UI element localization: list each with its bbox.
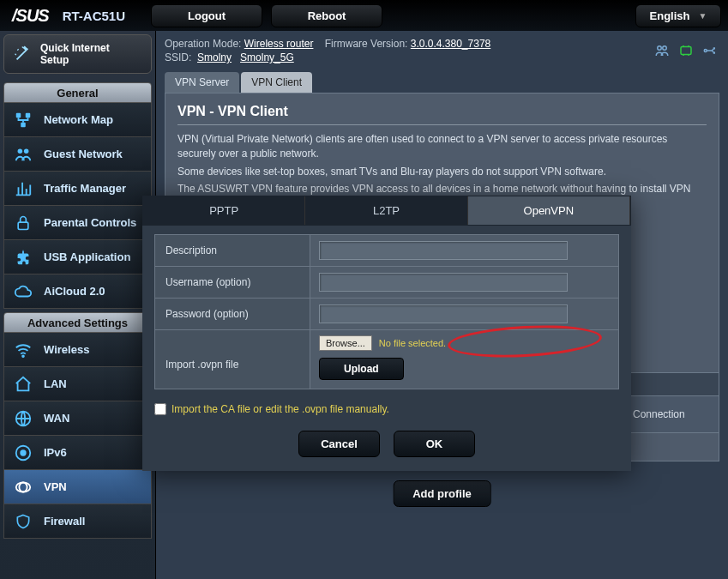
ipv6-icon [13, 443, 33, 463]
sidebar-item-label: VPN [44, 480, 67, 493]
connection-status-icon[interactable] [678, 43, 694, 61]
usb-status-icon[interactable] [702, 43, 718, 61]
username-label: Username (option) [155, 268, 310, 297]
operation-mode-link[interactable]: Wireless router [244, 38, 314, 50]
network-map-icon [13, 110, 33, 130]
sidebar-item-parental-controls[interactable]: Parental Controls [3, 206, 152, 240]
logout-button[interactable]: Logout [151, 4, 262, 27]
home-icon [13, 374, 33, 395]
svg-point-12 [658, 46, 662, 51]
modal-form: Description Username (option) Password (… [142, 226, 631, 395]
sidebar-item-lan[interactable]: LAN [3, 367, 152, 401]
proto-tab-l2tp[interactable]: L2TP [305, 196, 467, 225]
status-icons [654, 43, 718, 61]
globe-icon [13, 408, 33, 429]
svg-point-15 [704, 50, 707, 52]
cloud-icon [13, 281, 33, 302]
firmware-version-link[interactable]: 3.0.0.4.380_7378 [411, 38, 490, 50]
chevron-down-icon: ▼ [699, 11, 707, 21]
description-label: Description [155, 236, 310, 265]
sidebar-item-aicloud[interactable]: AiCloud 2.0 [3, 274, 152, 309]
topbar: /SUS RT-AC51U Logout Reboot English ▼ [0, 0, 728, 31]
sidebar-item-label: Guest Network [44, 148, 123, 160]
description-input[interactable] [319, 241, 568, 260]
sidebar-item-label: Network Map [44, 113, 113, 126]
proto-tab-pptp[interactable]: PPTP [143, 196, 305, 225]
panel-title: VPN - VPN Client [177, 104, 707, 119]
vpn-icon [13, 477, 33, 498]
traffic-manager-icon [13, 178, 33, 199]
svg-point-11 [19, 482, 27, 492]
sidebar-item-label: Firewall [44, 515, 85, 528]
svg-point-10 [16, 482, 31, 492]
username-input[interactable] [319, 273, 568, 292]
language-dropdown[interactable]: English ▼ [635, 4, 721, 27]
guest-network-icon [13, 144, 33, 165]
no-file-selected-text: No file selected. [379, 338, 446, 348]
svg-rect-14 [681, 47, 691, 55]
sidebar-item-label: IPv6 [44, 446, 67, 459]
sidebar-item-traffic-manager[interactable]: Traffic Manager [3, 172, 152, 206]
puzzle-icon [13, 247, 33, 268]
sidebar-item-label: WAN [44, 412, 69, 425]
sidebar-item-label: USB Application [44, 250, 130, 263]
ssid-line: SSID: Smolny Smolny_5G [165, 51, 719, 63]
import-ovpn-label: Import .ovpn file [155, 340, 310, 379]
sidebar-item-label: Parental Controls [44, 216, 136, 229]
import-ca-row: Import the CA file or edit the .ovpn fil… [142, 395, 631, 424]
wand-icon [13, 45, 32, 63]
sidebar: Quick Internet Setup General Network Map… [0, 31, 156, 579]
sidebar-item-ipv6[interactable]: IPv6 [3, 436, 152, 470]
proto-tab-openvpn[interactable]: OpenVPN [468, 196, 630, 225]
sidebar-item-wireless[interactable]: Wireless [3, 333, 152, 367]
sidebar-item-label: Traffic Manager [44, 182, 126, 195]
sidebar-item-guest-network[interactable]: Guest Network [3, 137, 152, 172]
general-section-header: General [3, 82, 152, 103]
wifi-icon [13, 340, 33, 360]
connection-column: Connection [626, 396, 719, 432]
brand-logo: /SUS [7, 6, 54, 26]
sidebar-item-usb-application[interactable]: USB Application [3, 240, 152, 274]
sidebar-item-label: LAN [44, 377, 67, 390]
import-ca-label: Import the CA file or edit the .ovpn fil… [171, 403, 389, 415]
shield-icon [13, 511, 33, 532]
language-label: English [650, 9, 690, 22]
password-input[interactable] [319, 305, 568, 323]
model-name: RT-AC51U [63, 9, 125, 23]
cancel-button[interactable]: Cancel [298, 431, 380, 457]
upload-button[interactable]: Upload [319, 358, 404, 380]
modal-actions: Cancel OK [142, 431, 631, 457]
svg-rect-5 [18, 222, 28, 229]
add-profile-modal: PPTP L2TP OpenVPN Description Username (… [142, 196, 631, 471]
svg-point-9 [21, 450, 26, 455]
panel-desc-1: VPN (Virtual Private Network) clients ar… [177, 132, 707, 161]
browse-button[interactable]: Browse... [319, 335, 372, 351]
sidebar-item-firewall[interactable]: Firewall [3, 504, 152, 539]
reboot-button[interactable]: Reboot [271, 4, 382, 27]
import-ca-checkbox[interactable] [154, 403, 166, 415]
sidebar-item-wan[interactable]: WAN [3, 401, 152, 436]
svg-point-13 [663, 46, 667, 51]
ssid-1-link[interactable]: Smolny [197, 51, 232, 63]
tab-vpn-server[interactable]: VPN Server [165, 72, 239, 93]
svg-rect-1 [26, 112, 31, 118]
protocol-tabs: PPTP L2TP OpenVPN [142, 196, 631, 226]
panel-desc-2: Some devices like set-top boxes, smart T… [177, 165, 707, 179]
ok-button[interactable]: OK [394, 431, 475, 457]
add-profile-wrapper: Add profile [393, 480, 491, 507]
ssid-2-link[interactable]: Smolny_5G [240, 51, 294, 63]
users-icon[interactable] [654, 43, 670, 61]
sidebar-item-label: Wireless [44, 343, 89, 356]
svg-point-6 [22, 355, 24, 357]
qis-label-2: Setup [40, 54, 110, 66]
sidebar-item-vpn[interactable]: VPN [3, 470, 152, 504]
operation-mode-line: Operation Mode: Wireless router Firmware… [165, 38, 719, 50]
svg-point-4 [24, 148, 28, 154]
add-profile-button[interactable]: Add profile [393, 480, 491, 507]
sidebar-item-network-map[interactable]: Network Map [3, 103, 152, 137]
tab-vpn-client[interactable]: VPN Client [241, 72, 312, 93]
server-list-fragment: Connection [625, 372, 719, 433]
quick-internet-setup[interactable]: Quick Internet Setup [3, 34, 152, 74]
password-label: Password (option) [155, 299, 310, 329]
sidebar-item-label: AiCloud 2.0 [44, 285, 105, 298]
